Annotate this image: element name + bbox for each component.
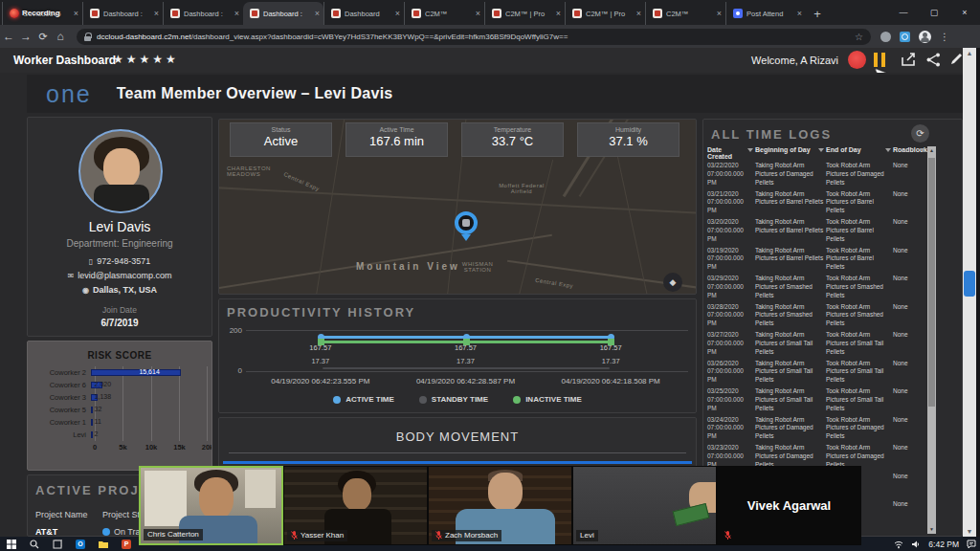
- tab-close-icon[interactable]: ×: [556, 9, 561, 18]
- bookmark-star-icon[interactable]: ☆: [855, 32, 863, 42]
- url-field[interactable]: dccloud-dashboard.c2m.net/dashboard_view…: [77, 29, 871, 45]
- risk-value-label: 11: [95, 418, 101, 425]
- app-title: Worker Dashboard: [13, 54, 116, 67]
- forward-icon[interactable]: →: [17, 30, 34, 43]
- table-row[interactable]: 03/21/2020 07:00:00.000 PM Taking Robot …: [707, 190, 925, 219]
- risk-bars: Coworker 2 15,614 Coworker 6 2,020: [35, 366, 206, 441]
- minimize-button[interactable]: —: [888, 0, 919, 25]
- tab-close-icon[interactable]: ×: [234, 9, 239, 18]
- profile-phone: ▯972-948-3571: [28, 256, 212, 266]
- back-icon[interactable]: ←: [0, 30, 17, 43]
- pause-button[interactable]: [874, 53, 888, 67]
- tab-close-icon[interactable]: ×: [717, 9, 722, 18]
- page-scrollbar[interactable]: ▲ ▼: [963, 48, 976, 537]
- join-date-label: Join Date: [28, 305, 212, 315]
- standby-value-label: 17.37: [248, 357, 393, 365]
- risk-value-label: 2: [95, 430, 99, 437]
- address-bar-icons: ⋮: [880, 31, 949, 43]
- logs-scrollbar-thumb[interactable]: [928, 158, 935, 407]
- legend-item[interactable]: STANDBY TIME: [419, 395, 488, 404]
- column-roadblocks[interactable]: Roadblocks: [893, 146, 925, 160]
- tab-favicon: [492, 9, 501, 18]
- status-card-value: Active: [231, 134, 331, 148]
- table-row[interactable]: 03/27/2020 07:00:00.000 PM Taking Robot …: [707, 331, 925, 360]
- rating-stars[interactable]: ★★★★★: [113, 53, 179, 66]
- profile-avatar-icon[interactable]: [919, 31, 931, 43]
- browser-tab[interactable]: Covid365v5 × Recording: [2, 2, 82, 25]
- export-icon[interactable]: [901, 53, 917, 67]
- tab-close-icon[interactable]: ×: [315, 9, 320, 18]
- record-button[interactable]: [848, 51, 866, 69]
- video-tile[interactable]: Yasser Khan Yasser Khan: [283, 466, 428, 545]
- system-clock[interactable]: 6:42 PM: [928, 540, 959, 549]
- volume-icon[interactable]: [911, 540, 921, 549]
- profile-email[interactable]: ✉levid@plasmacomp.com: [28, 271, 212, 280]
- powerpoint-icon[interactable]: P: [115, 537, 138, 551]
- compass-button[interactable]: ◆: [663, 273, 682, 292]
- video-tile[interactable]: Zach Morsbach Zach Morsbach: [428, 466, 572, 545]
- tab-close-icon[interactable]: ×: [395, 9, 400, 18]
- browser-tab[interactable]: Dashboard : ×: [163, 2, 243, 25]
- maximize-button[interactable]: ▢: [919, 0, 949, 25]
- tab-close-icon[interactable]: ×: [74, 9, 78, 18]
- browser-tab[interactable]: Dashboard ×: [323, 2, 404, 25]
- file-explorer-icon[interactable]: [92, 537, 115, 551]
- task-view-icon[interactable]: [46, 537, 69, 551]
- start-button[interactable]: [0, 537, 23, 551]
- refresh-icon[interactable]: ⟳: [911, 124, 929, 143]
- risk-x-tick: 0: [93, 443, 97, 452]
- home-icon[interactable]: ⌂: [52, 30, 69, 43]
- table-row[interactable]: 03/29/2020 07:00:00.000 PM Taking Robot …: [707, 275, 925, 303]
- video-tile[interactable]: Levi Levi: [572, 466, 717, 545]
- legend-item[interactable]: INACTIVE TIME: [513, 395, 582, 404]
- risk-bar-track: 15,614: [91, 368, 206, 377]
- browser-tab[interactable]: C2M™ | Pro ×: [565, 2, 645, 25]
- browser-tab[interactable]: C2M™ | Pro ×: [484, 2, 565, 25]
- column-date-created[interactable]: Date Created: [707, 146, 753, 160]
- tab-close-icon[interactable]: ×: [636, 9, 641, 18]
- search-extension-icon[interactable]: [900, 32, 910, 42]
- mic-muted-icon: [291, 531, 298, 540]
- table-row[interactable]: 03/22/2020 07:00:00.000 PM Taking Robot …: [707, 162, 925, 190]
- video-tile[interactable]: Chris Catterton Chris Catterton: [139, 466, 283, 545]
- page-scrollbar-thumb[interactable]: [964, 271, 975, 297]
- risk-bar-track: 11: [91, 418, 206, 427]
- lock-icon[interactable]: [84, 33, 91, 41]
- tab-favicon: [653, 9, 662, 18]
- browser-tab[interactable]: C2M™ ×: [404, 2, 484, 25]
- table-row[interactable]: 03/19/2020 07:00:00.000 PM Taking Robot …: [707, 247, 925, 276]
- tab-close-icon[interactable]: ×: [154, 9, 159, 18]
- outlook-icon[interactable]: O: [69, 537, 92, 551]
- column-project-name[interactable]: Project Name: [35, 510, 102, 519]
- browser-tab[interactable]: Dashboard : ×: [243, 2, 323, 25]
- scroll-down-icon[interactable]: ▼: [963, 526, 976, 537]
- browser-tab[interactable]: Post Attend ×: [725, 2, 806, 25]
- search-icon[interactable]: [23, 537, 46, 551]
- legend-label: INACTIVE TIME: [525, 395, 582, 404]
- reload-icon[interactable]: ⟳: [34, 31, 52, 43]
- table-row[interactable]: 03/26/2020 07:00:00.000 PM Taking Robot …: [707, 360, 925, 388]
- extension-icon[interactable]: [880, 32, 891, 42]
- tab-close-icon[interactable]: ×: [476, 9, 480, 18]
- legend-item[interactable]: ACTIVE TIME: [333, 395, 394, 404]
- action-center-icon[interactable]: [967, 540, 976, 549]
- table-row[interactable]: 03/28/2020 07:00:00.000 PM Taking Robot …: [707, 303, 925, 332]
- video-tile[interactable]: Vivek Agarwal Vivek Agarwal: [717, 466, 861, 545]
- new-tab-button[interactable]: +: [806, 2, 829, 25]
- share-icon[interactable]: [925, 53, 942, 67]
- column-beginning-of-day[interactable]: Beginning of Day: [755, 146, 824, 160]
- browser-menu-icon[interactable]: ⋮: [940, 32, 949, 42]
- close-button[interactable]: ×: [949, 0, 980, 25]
- scroll-up-icon[interactable]: ▲: [963, 48, 976, 58]
- tab-close-icon[interactable]: ×: [797, 9, 802, 18]
- wifi-icon[interactable]: [894, 540, 903, 549]
- location-pin[interactable]: [455, 211, 478, 234]
- table-row[interactable]: 03/25/2020 07:00:00.000 PM Taking Robot …: [707, 387, 925, 416]
- column-end-of-day[interactable]: End of Day: [826, 146, 891, 160]
- table-row[interactable]: 03/24/2020 07:00:00.000 PM Taking Robot …: [707, 416, 925, 445]
- table-row[interactable]: 03/20/2020 07:00:00.000 PM Taking Robot …: [707, 218, 925, 247]
- logs-scrollbar[interactable]: ▲▼: [927, 146, 936, 534]
- browser-tab[interactable]: Dashboard : ×: [82, 2, 163, 25]
- browser-tab[interactable]: C2M™ ×: [645, 2, 725, 25]
- cell-date: 03/24/2020 07:00:00.000 PM: [707, 416, 753, 445]
